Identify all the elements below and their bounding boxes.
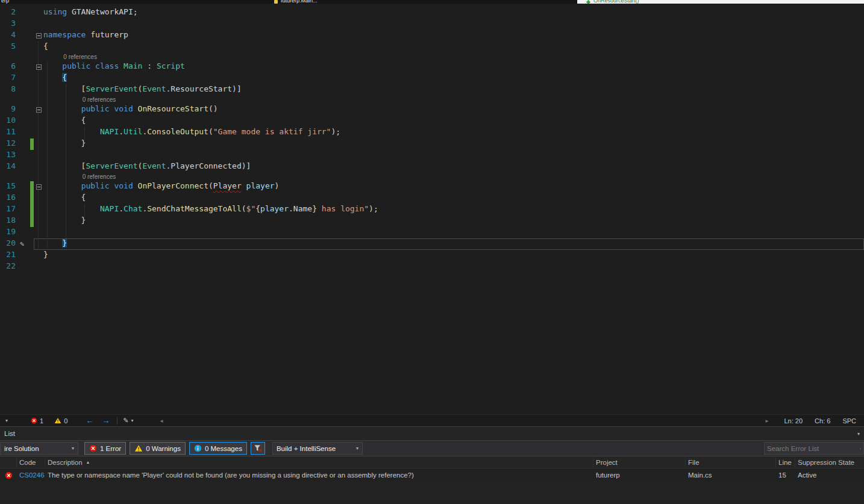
code-line[interactable]: 3: [0, 19, 864, 30]
code-line[interactable]: 7 {: [0, 73, 864, 84]
outline-margin[interactable]: [34, 116, 43, 127]
glyph-margin[interactable]: [18, 161, 30, 173]
glyph-margin[interactable]: [18, 127, 30, 138]
collapse-toggle-icon[interactable]: [36, 33, 42, 39]
glyph-margin[interactable]: [18, 204, 30, 216]
glyph-margin[interactable]: [18, 61, 30, 73]
outline-margin[interactable]: [34, 42, 43, 53]
outline-margin[interactable]: [34, 19, 43, 30]
code-line[interactable]: 19: [0, 227, 864, 238]
outline-margin[interactable]: [34, 84, 43, 96]
hscroll-left-arrow[interactable]: ◂: [160, 417, 163, 424]
code-line[interactable]: 22: [0, 261, 864, 273]
messages-toggle-button[interactable]: 0 Messages: [189, 442, 247, 455]
outline-margin[interactable]: [34, 227, 43, 238]
code-cleanup-button[interactable]: ✎▾: [123, 417, 133, 425]
filter-button[interactable]: [251, 442, 265, 455]
errors-toggle-button[interactable]: 1 Error: [84, 442, 126, 455]
outline-margin[interactable]: [34, 250, 43, 261]
error-list-title-bar[interactable]: List ▾: [0, 427, 864, 440]
glyph-margin[interactable]: [18, 116, 30, 127]
code-line[interactable]: 13: [0, 150, 864, 161]
outline-margin[interactable]: [34, 193, 43, 204]
collapse-toggle-icon[interactable]: [36, 64, 42, 70]
outline-margin[interactable]: [34, 204, 43, 216]
glyph-margin[interactable]: [18, 227, 30, 238]
code-line[interactable]: 4namespace futurerp: [0, 30, 864, 42]
outline-margin[interactable]: [34, 73, 43, 84]
outline-margin[interactable]: [34, 61, 43, 73]
code-line[interactable]: 9 public void OnResourceStart(): [0, 104, 864, 116]
code-line[interactable]: 10 {: [0, 116, 864, 127]
glyph-margin[interactable]: ✎: [18, 238, 30, 250]
code-line[interactable]: 8 [ServerEvent(Event.ResourceStart)]: [0, 84, 864, 96]
outline-margin[interactable]: [34, 238, 43, 250]
code-line[interactable]: 2using GTANetworkAPI;: [0, 7, 864, 19]
outline-margin[interactable]: [34, 216, 43, 227]
column-file[interactable]: File: [686, 456, 776, 468]
window-menu-caret[interactable]: ▾: [857, 431, 860, 437]
codelens-references-link[interactable]: 0 references: [63, 53, 97, 61]
error-count-label: 1: [40, 417, 43, 425]
glyph-margin[interactable]: [18, 84, 30, 96]
outline-margin[interactable]: [34, 7, 43, 19]
codelens-references-link[interactable]: 0 references: [83, 96, 116, 104]
outline-margin[interactable]: [34, 181, 43, 193]
column-code[interactable]: Code: [17, 456, 45, 468]
glyph-margin[interactable]: [18, 216, 30, 227]
code-line[interactable]: 12 }: [0, 138, 864, 150]
code-line[interactable]: 16 {: [0, 193, 864, 204]
outline-margin[interactable]: [34, 150, 43, 161]
column-severity[interactable]: [0, 456, 17, 468]
code-line[interactable]: 14 [ServerEvent(Event.PlayerConnected)]: [0, 161, 864, 173]
error-code-link[interactable]: CS0246: [19, 471, 45, 479]
collapse-toggle-icon[interactable]: [36, 107, 42, 113]
glyph-margin[interactable]: [18, 73, 30, 84]
code-line[interactable]: 21}: [0, 250, 864, 261]
glyph-margin[interactable]: [18, 42, 30, 53]
codelens-references-link[interactable]: 0 references: [83, 173, 116, 181]
error-code-cell[interactable]: CS0246: [17, 468, 45, 482]
warning-count-indicator[interactable]: 0: [54, 417, 67, 425]
source-filter-dropdown[interactable]: Build + IntelliSense▾: [272, 442, 363, 455]
code-line[interactable]: 18 }: [0, 216, 864, 227]
outline-margin[interactable]: [34, 104, 43, 116]
code-line[interactable]: 20✎ }: [0, 238, 864, 250]
warnings-toggle-button[interactable]: 0 Warnings: [130, 442, 186, 455]
code-line[interactable]: 5{: [0, 42, 864, 53]
code-text: [43, 150, 864, 161]
glyph-margin[interactable]: [18, 193, 30, 204]
outline-margin[interactable]: [34, 261, 43, 273]
column-description[interactable]: Description▲: [45, 456, 593, 468]
glyph-margin[interactable]: [18, 261, 30, 273]
scope-filter-dropdown[interactable]: ire Solution▾: [0, 442, 78, 455]
navigate-back-icon[interactable]: ←: [86, 417, 93, 425]
outline-margin[interactable]: [34, 127, 43, 138]
outline-margin[interactable]: [34, 161, 43, 173]
error-row[interactable]: CS0246The type or namespace name 'Player…: [0, 468, 864, 482]
code-line[interactable]: 11 NAPI.Util.ConsoleOutput("Game mode is…: [0, 127, 864, 138]
collapse-toggle-icon[interactable]: [36, 184, 42, 190]
panel-dropdown-caret[interactable]: ▾: [5, 418, 8, 423]
glyph-margin[interactable]: [18, 150, 30, 161]
code-editor[interactable]: 2using GTANetworkAPI;34namespace futurer…: [0, 4, 864, 414]
column-suppression-state[interactable]: Suppression State: [795, 456, 864, 468]
glyph-margin[interactable]: [18, 138, 30, 150]
code-line[interactable]: 15 public void OnPlayerConnect(Player pl…: [0, 181, 864, 193]
error-count-indicator[interactable]: 1: [31, 417, 43, 425]
code-line[interactable]: 17 NAPI.Chat.SendChatMessageToAll($"{pla…: [0, 204, 864, 216]
hscroll-right-arrow[interactable]: ▸: [765, 417, 768, 424]
column-line[interactable]: Line: [776, 456, 795, 468]
navigate-forward-icon[interactable]: →: [102, 417, 110, 425]
outline-margin[interactable]: [34, 138, 43, 150]
column-project[interactable]: Project: [593, 456, 686, 468]
glyph-margin[interactable]: [18, 19, 30, 30]
glyph-margin[interactable]: [18, 181, 30, 193]
search-input[interactable]: [767, 445, 860, 452]
glyph-margin[interactable]: [18, 7, 30, 19]
code-line[interactable]: 6 public class Main : Script: [0, 61, 864, 73]
outline-margin[interactable]: [34, 30, 43, 42]
glyph-margin[interactable]: [18, 250, 30, 261]
glyph-margin[interactable]: [18, 30, 30, 42]
glyph-margin[interactable]: [18, 104, 30, 116]
